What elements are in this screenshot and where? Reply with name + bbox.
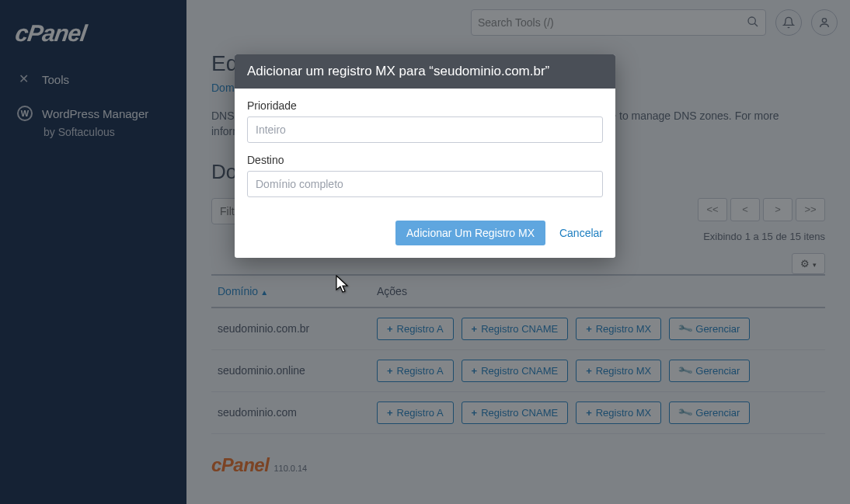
priority-label: Prioridade xyxy=(247,99,603,112)
modal-title: Adicionar um registro MX para “seudomini… xyxy=(235,54,615,89)
priority-input[interactable] xyxy=(247,116,603,143)
destination-label: Destino xyxy=(247,154,603,166)
cancel-button[interactable]: Cancelar xyxy=(559,227,603,239)
submit-add-mx-button[interactable]: Adicionar Um Registro MX xyxy=(395,221,545,245)
destination-input[interactable] xyxy=(247,171,603,197)
add-mx-record-modal: Adicionar um registro MX para “seudomini… xyxy=(235,54,615,258)
